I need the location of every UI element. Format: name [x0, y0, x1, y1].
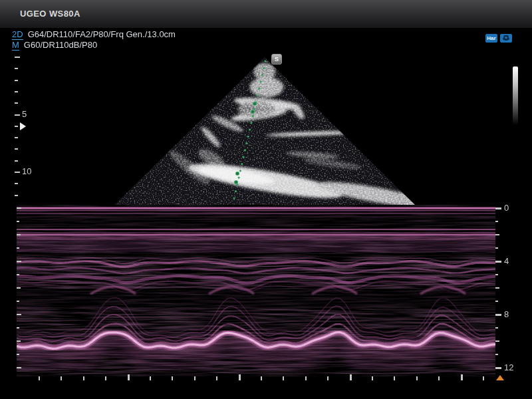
mmode-depth-label-8: 8: [504, 309, 509, 320]
ruler-tick: [15, 102, 18, 104]
ruler-tick: [15, 68, 18, 69]
ruler-tick: [17, 221, 19, 222]
ruler-tick: [17, 234, 21, 235]
ruler-tick: [495, 301, 498, 302]
mmode-depth-label-0: 0: [504, 203, 509, 213]
ruler-tick: [495, 207, 501, 209]
ruler-tick: [17, 367, 21, 368]
ruler-tick: [15, 57, 20, 58]
ruler-tick: [394, 376, 395, 380]
ruler-tick: [495, 221, 498, 222]
ruler-tick: [15, 183, 18, 184]
ruler-tick: [495, 354, 498, 355]
grayscale-map-bar: [513, 66, 518, 125]
ruler-tick: [17, 247, 19, 249]
ruler-tick: [15, 148, 18, 150]
ruler-tick: [261, 376, 262, 380]
ruler-tick: [15, 91, 18, 92]
ruler-tick: [483, 376, 484, 380]
ruler-tick: [17, 261, 21, 262]
ruler-tick: [495, 327, 498, 329]
ruler-tick: [495, 247, 498, 249]
focus-marker-icon[interactable]: [20, 122, 26, 130]
ruler-tick: [61, 376, 62, 380]
ruler-tick: [17, 354, 19, 355]
ruler-tick: [216, 376, 217, 380]
ruler-tick: [15, 114, 20, 116]
ruler-tick: [15, 137, 18, 138]
ruler-tick: [239, 374, 241, 380]
ruler-tick: [17, 287, 21, 289]
ruler-tick: [495, 340, 499, 342]
mmode-depth-label-12: 12: [504, 362, 513, 373]
ruler-tick: [15, 126, 18, 127]
ruler-tick: [39, 376, 40, 380]
ruler-tick: [128, 374, 130, 380]
ruler-tick: [105, 376, 106, 380]
ruler-tick: [15, 160, 18, 162]
ruler-tick: [495, 274, 498, 275]
ruler-tick: [17, 274, 19, 275]
ruler-tick: [416, 376, 418, 380]
mmode-depth-label-4: 4: [504, 256, 509, 267]
ruler-tick: [17, 207, 21, 209]
ruler-tick: [15, 80, 18, 81]
ruler-tick: [495, 287, 499, 289]
ruler-tick: [83, 376, 84, 380]
ruler-tick: [15, 172, 20, 173]
ruler-tick: [350, 374, 352, 380]
scales-overlay: 51004812: [0, 0, 532, 399]
ruler-tick: [438, 376, 440, 380]
ruler-tick: [15, 195, 18, 196]
ruler-tick: [495, 261, 501, 263]
orientation-marker: S: [271, 54, 282, 65]
ruler-tick: [495, 234, 499, 235]
sweep-marker-icon: [496, 375, 504, 380]
ruler-tick: [461, 374, 463, 380]
ruler-tick: [372, 376, 373, 380]
ruler-tick: [327, 376, 329, 380]
ruler-tick: [305, 376, 307, 380]
ruler-tick: [17, 340, 21, 342]
ruler-tick: [495, 367, 501, 369]
ruler-tick: [495, 314, 501, 316]
ruler-tick: [194, 376, 196, 380]
ruler-tick: [17, 327, 19, 329]
ruler-tick: [172, 376, 173, 380]
ruler-tick: [283, 376, 284, 380]
ruler-tick: [150, 376, 151, 380]
ruler-tick: [17, 301, 19, 302]
depth-label-5: 5: [22, 109, 27, 120]
ruler-tick: [17, 314, 21, 315]
depth-label-10: 10: [22, 166, 31, 177]
ultrasound-screen: UGEO WS80A: [0, 0, 532, 399]
